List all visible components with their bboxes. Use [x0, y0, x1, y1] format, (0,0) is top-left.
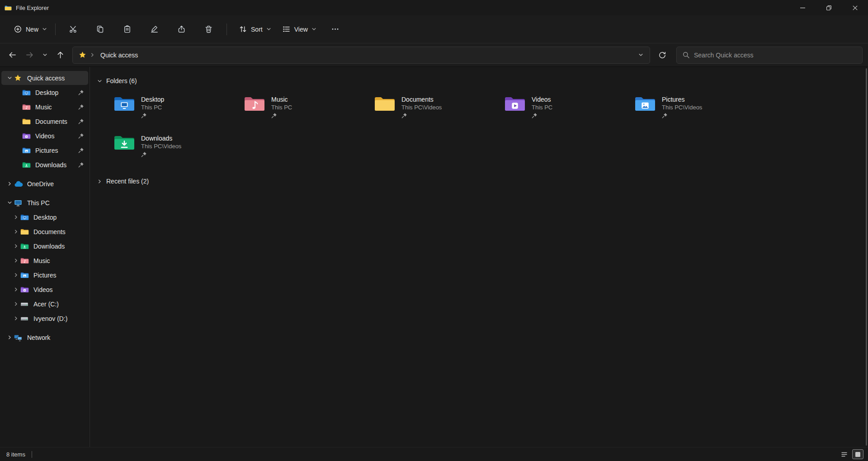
search-box[interactable]	[676, 47, 863, 64]
chevron-right-icon[interactable]	[11, 215, 20, 220]
network-icon	[14, 334, 24, 342]
folder-tile-desktop[interactable]: Desktop This PC	[111, 93, 234, 122]
sidebar-item-pc-desktop[interactable]: Desktop	[1, 210, 88, 224]
sidebar-item-drive-d[interactable]: Ivyenov (D:)	[1, 311, 88, 325]
sidebar-gap	[0, 191, 90, 195]
tile-text: Music This PC	[271, 95, 292, 120]
address-dropdown-icon[interactable]	[637, 51, 645, 59]
recent-files-section-header[interactable]: Recent files (2)	[97, 176, 868, 186]
chevron-right-icon[interactable]	[97, 179, 102, 184]
view-button-label: View	[294, 26, 308, 33]
details-view-button[interactable]	[839, 449, 850, 459]
chevron-down-icon	[42, 52, 47, 57]
sidebar-item-network[interactable]: Network	[1, 330, 88, 344]
sidebar-item-downloads[interactable]: Downloads	[1, 158, 88, 172]
sidebar-item-pc-videos[interactable]: Videos	[1, 282, 88, 296]
chevron-right-icon[interactable]	[11, 258, 20, 263]
chevron-down-icon[interactable]	[97, 79, 102, 84]
folder-tile-music[interactable]: Music This PC	[241, 93, 364, 122]
sidebar-item-videos[interactable]: Videos	[1, 129, 88, 143]
minimize-button[interactable]	[789, 0, 816, 15]
chevron-right-icon[interactable]	[11, 287, 20, 292]
paste-button[interactable]	[117, 20, 137, 38]
search-icon	[682, 51, 690, 59]
explorer-body: Quick access Desktop Music Documents Vid…	[0, 67, 868, 447]
cut-button[interactable]	[63, 20, 83, 38]
folder-tile-videos[interactable]: Videos This PC	[501, 93, 624, 122]
close-button[interactable]	[842, 0, 868, 15]
recent-locations-button[interactable]	[38, 47, 52, 63]
see-more-button[interactable]	[326, 20, 345, 38]
address-bar[interactable]: Quick access	[72, 47, 650, 64]
restore-button[interactable]	[816, 0, 842, 15]
sidebar-item-label: Music	[33, 257, 50, 264]
sidebar-item-drive-c[interactable]: Acer (C:)	[1, 297, 88, 311]
sidebar-item-onedrive[interactable]: OneDrive	[1, 177, 88, 191]
back-button[interactable]	[4, 47, 21, 63]
minimize-icon	[800, 5, 805, 10]
view-button[interactable]: View	[277, 20, 322, 38]
sidebar-item-documents[interactable]: Documents	[1, 114, 88, 128]
folders-section-header[interactable]: Folders (6)	[97, 76, 868, 86]
chevron-down-icon[interactable]	[5, 75, 14, 80]
sort-button[interactable]: Sort	[233, 20, 277, 38]
pin-icon	[532, 113, 538, 118]
copy-icon	[96, 25, 104, 33]
sidebar-item-pc-documents[interactable]: Documents	[1, 225, 88, 239]
tile-text: Videos This PC	[532, 95, 552, 120]
breadcrumb-quick-access[interactable]: Quick access	[99, 50, 140, 60]
sidebar-item-pc-pictures[interactable]: Pictures	[1, 268, 88, 282]
chevron-down-icon[interactable]	[5, 200, 14, 205]
up-button[interactable]	[52, 47, 69, 63]
paste-icon	[123, 25, 132, 33]
sidebar-item-pictures[interactable]: Pictures	[1, 143, 88, 157]
refresh-button[interactable]	[654, 47, 671, 63]
share-button[interactable]	[171, 20, 191, 38]
rename-button[interactable]	[144, 20, 164, 38]
sidebar-item-pc-music[interactable]: Music	[1, 254, 88, 268]
pin-icon	[141, 113, 147, 118]
sidebar-item-pc-downloads[interactable]: Downloads	[1, 239, 88, 253]
new-button-label: New	[26, 26, 38, 33]
folder-tile-pictures[interactable]: Pictures This PC\Videos	[632, 93, 755, 122]
chevron-right-icon[interactable]	[5, 181, 14, 186]
sidebar-item-quick-access[interactable]: Quick access	[1, 71, 88, 85]
chevron-right-icon[interactable]	[11, 273, 20, 278]
delete-icon	[204, 25, 213, 33]
downloads-folder-icon	[20, 243, 31, 249]
large-icons-view-button[interactable]	[852, 449, 863, 459]
folder-tile-downloads[interactable]: Downloads This PC\Videos	[111, 132, 234, 161]
pin-icon	[662, 113, 668, 118]
sidebar-item-desktop[interactable]: Desktop	[1, 85, 88, 99]
forward-button[interactable]	[21, 47, 38, 63]
sidebar-item-label: Videos	[35, 132, 55, 140]
search-input[interactable]	[694, 52, 857, 59]
chevron-down-icon	[266, 27, 271, 32]
items-view: Folders (6) Desktop This PC Music This P…	[90, 67, 868, 447]
sidebar-gap	[0, 172, 90, 176]
folder-location: This PC	[532, 103, 552, 111]
details-view-icon	[841, 451, 848, 458]
folder-name: Downloads	[141, 134, 181, 142]
chevron-right-icon[interactable]	[11, 229, 20, 234]
cut-icon	[69, 25, 77, 33]
chevron-right-icon[interactable]	[5, 335, 14, 340]
tile-text: Pictures This PC\Videos	[662, 95, 702, 120]
hard-drive-icon	[20, 315, 31, 323]
status-bar: 8 items	[0, 447, 868, 461]
folder-location: This PC\Videos	[401, 103, 442, 111]
sidebar-item-music[interactable]: Music	[1, 100, 88, 114]
sidebar-item-label: Pictures	[35, 147, 58, 154]
chevron-right-icon[interactable]	[11, 316, 20, 321]
copy-button[interactable]	[90, 20, 110, 38]
new-button[interactable]: New	[8, 20, 52, 38]
chevron-right-icon[interactable]	[11, 244, 20, 249]
downloads-folder-icon	[113, 134, 135, 151]
sidebar-item-this-pc[interactable]: This PC	[1, 196, 88, 210]
navigation-pane: Quick access Desktop Music Documents Vid…	[0, 67, 90, 447]
folder-tile-documents[interactable]: Documents This PC\Videos	[371, 93, 494, 122]
delete-button[interactable]	[198, 20, 218, 38]
downloads-folder-icon	[22, 161, 33, 168]
vertical-scrollbar[interactable]	[866, 68, 867, 446]
chevron-right-icon[interactable]	[11, 301, 20, 306]
